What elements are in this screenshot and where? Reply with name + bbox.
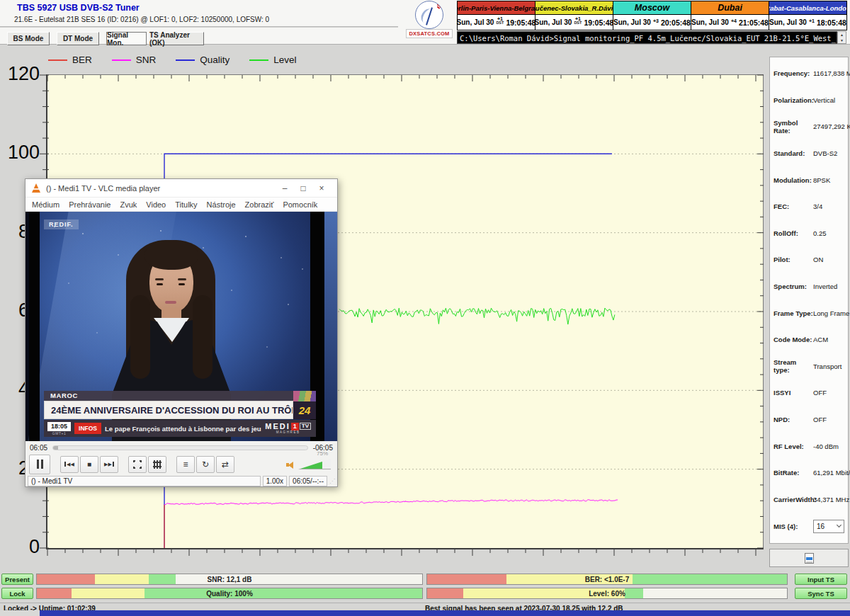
- lock-indicator: Lock: [1, 588, 33, 599]
- ts-record-button[interactable]: [769, 549, 849, 567]
- parameter-row: Standard:DVB-S2: [770, 140, 848, 167]
- headline-banner: 24ÈME ANNIVERSAIRE D'ACCESSION DU ROI AU…: [44, 401, 293, 419]
- shuffle-button[interactable]: ⇄: [216, 456, 234, 473]
- dxsatcs-logo: DXSATCS.COM: [406, 1, 453, 38]
- parameter-label: NPD:: [774, 416, 813, 423]
- tab-bs-mode[interactable]: BS Mode: [7, 32, 50, 45]
- pause-icon: [37, 460, 43, 469]
- region-tag: MAROC: [44, 391, 316, 401]
- next-button[interactable]: ▶▶: [100, 456, 118, 473]
- legend-swatch: [112, 59, 131, 61]
- loop-button[interactable]: ↻: [196, 456, 215, 473]
- legend-item-snr: SNR: [112, 55, 157, 65]
- vlc-menu-titulky[interactable]: Titulky: [175, 200, 197, 209]
- legend-swatch: [176, 59, 195, 61]
- vlc-video-area[interactable]: REDIF. MAROC 24ÈME ANNIVERSAIRE D'ACCESS…: [26, 212, 337, 441]
- tab-ts-analyzer-ok-[interactable]: TS Analyzer (OK): [149, 32, 204, 45]
- chevron-down-icon: [837, 523, 842, 527]
- channel-24-logo: 24: [293, 391, 316, 419]
- vlc-menu-video[interactable]: Video: [146, 200, 166, 209]
- vlc-menu-prehr-vanie[interactable]: Prehrávanie: [69, 200, 110, 209]
- parameter-label: Modulation:: [774, 176, 813, 184]
- vlc-menu-n-stroje[interactable]: Nástroje: [207, 200, 236, 209]
- equalizer-icon: [153, 460, 162, 469]
- scroll-up-icon[interactable]: ▲: [838, 32, 846, 38]
- vlc-title-text: () - Medi1 TV - VLC media player: [46, 184, 276, 193]
- parameter-value: 11617,838 MHz: [813, 69, 850, 77]
- legend-label: Quality: [200, 55, 230, 65]
- parameter-row: Modulation:8PSK: [770, 166, 848, 193]
- vlc-statusbar: () - Medi1 TV 1.00x 06:05/--:-- ⋰: [26, 474, 337, 487]
- y-axis-label: 100: [1, 142, 40, 163]
- chart-legend: BERSNRQualityLevel: [48, 55, 297, 65]
- previous-button[interactable]: ◀◀: [60, 456, 79, 473]
- playlist-icon: ≡: [183, 460, 188, 469]
- close-icon[interactable]: ×: [312, 183, 331, 193]
- ticker-timezone: GMT+1: [52, 432, 66, 435]
- parameter-value: Vertical: [813, 96, 835, 104]
- stop-button[interactable]: ■: [80, 456, 98, 473]
- parameter-row: RollOff:0.25: [770, 220, 848, 247]
- minimize-icon[interactable]: –: [276, 183, 294, 193]
- clock-time: Sun, Jul 30+1DST19:05:48: [458, 15, 535, 30]
- pause-button[interactable]: [29, 455, 50, 474]
- y-axis-label: 120: [1, 63, 40, 84]
- clock-lu-enec-slovakia-r-d-vid: Lučenec-Slovakia_R.DávidSun, Jul 30+1DST…: [535, 1, 613, 30]
- vlc-menu-m-dium[interactable]: Médium: [32, 200, 60, 209]
- legend-label: Level: [273, 55, 296, 65]
- parameter-row: Symbol Rate:27497,292 KS/s: [770, 113, 848, 140]
- parameter-value: ON: [813, 256, 823, 263]
- playback-speed[interactable]: 1.00x: [263, 476, 287, 486]
- console-scrollbar[interactable]: ▲ ▼: [837, 31, 846, 44]
- vlc-menu-zvuk[interactable]: Zvuk: [120, 200, 137, 209]
- parameter-value: ACM: [813, 336, 828, 343]
- parameter-label: Frame Type:: [774, 309, 813, 317]
- seek-slider[interactable]: [52, 445, 308, 450]
- vlc-menu-pomocn-k[interactable]: Pomocník: [283, 200, 317, 209]
- tab-signal-mon-[interactable]: Signal Mon.: [106, 32, 147, 45]
- quality-gauge: Quality: 100%: [36, 588, 423, 599]
- vlc-menubar: MédiumPrehrávanieZvukVideoTitulkyNástroj…: [26, 198, 337, 212]
- parameter-row: FEC:3/4: [770, 193, 848, 220]
- app-title: TBS 5927 USB DVB-S2 Tuner: [17, 3, 140, 13]
- volume-percent: 75%: [317, 450, 328, 457]
- parameter-value: 27497,292 KS/s: [813, 122, 850, 130]
- vlc-menu-zobrazi-[interactable]: Zobraziť: [245, 200, 274, 209]
- legend-label: BER: [72, 55, 92, 65]
- gauge-label: Level: 60%: [427, 588, 787, 598]
- volume-slider[interactable]: [298, 459, 331, 469]
- parameter-row: Frequency:11617,838 MHz: [770, 60, 848, 87]
- mis-dropdown[interactable]: 16: [813, 520, 844, 533]
- tab-dt-mode[interactable]: DT Mode: [57, 32, 99, 45]
- parameter-label: FEC:: [774, 203, 813, 210]
- input-ts-indicator: Input TS: [795, 574, 847, 585]
- parameter-row: Pilot:ON: [770, 246, 848, 273]
- shuffle-icon: ⇄: [222, 460, 229, 469]
- time-display[interactable]: 06:05/--:--: [289, 476, 327, 486]
- scroll-down-icon[interactable]: ▼: [838, 38, 846, 43]
- parameter-label: RollOff:: [774, 229, 813, 237]
- console-line[interactable]: C:\Users\Roman Dávid>Signal monitoring_P…: [457, 31, 837, 44]
- clock-city-label: Dubai: [691, 1, 769, 15]
- previous-icon: ◀◀: [64, 462, 74, 467]
- speaker-icon[interactable]: [286, 460, 295, 469]
- parameter-label: RF Level:: [774, 443, 813, 450]
- vlc-cone-icon: [32, 183, 40, 193]
- ber-gauge: BER: <1.0E-7: [426, 574, 788, 585]
- resize-grip-icon[interactable]: ⋰: [329, 478, 335, 484]
- maximize-icon[interactable]: □: [294, 183, 312, 193]
- stop-icon: ■: [87, 461, 91, 468]
- world-clocks: Berlin-Paris-Vienna-BelgradeSun, Jul 30+…: [457, 1, 847, 30]
- gauge-label: Quality: 100%: [37, 588, 422, 598]
- parameter-value: 34,371 MHz: [813, 496, 849, 503]
- gauge-label: SNR: 12,1 dB: [37, 574, 422, 584]
- vlc-titlebar[interactable]: () - Medi1 TV - VLC media player – □ ×: [26, 179, 337, 198]
- clock-time: Sun, Jul 30+421:05:48: [691, 15, 769, 30]
- parameter-label: BitRate:: [774, 469, 813, 477]
- parameter-label: Symbol Rate:: [774, 119, 813, 135]
- playlist-button[interactable]: ≡: [176, 456, 195, 473]
- ts-list-icon: [805, 553, 814, 564]
- parameter-label: Standard:: [774, 149, 813, 157]
- fullscreen-button[interactable]: [128, 456, 147, 473]
- extended-settings-button[interactable]: [148, 456, 166, 473]
